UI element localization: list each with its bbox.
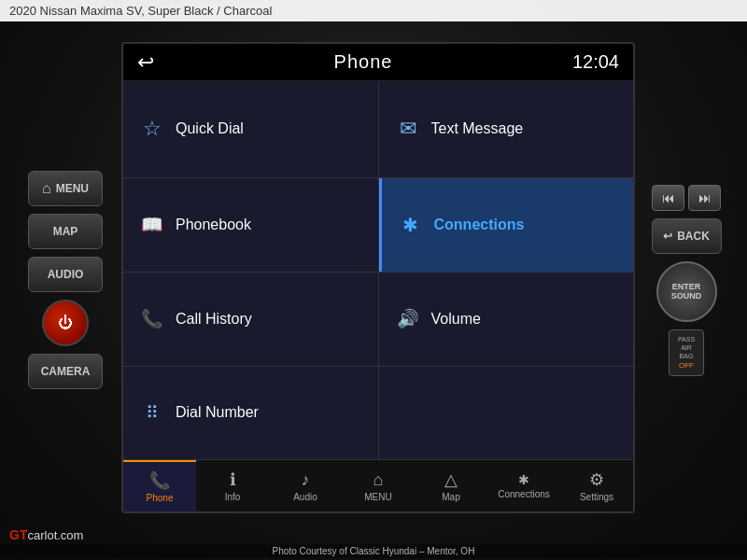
camera-label: CAMERA [41, 365, 91, 378]
nav-settings-icon: ⚙ [589, 469, 604, 490]
text-message-button[interactable]: ✉ Text Message [379, 81, 634, 177]
nav-menu-icon: ⌂ [374, 470, 384, 490]
watermark-logo: GT [9, 527, 27, 542]
map-label: MAP [53, 225, 78, 238]
right-control-panel: ⏮ ⏭ ↩ BACK ENTER SOUND PASS AIR BAG OFF [626, 28, 747, 532]
volume-label: Volume [431, 311, 481, 328]
bag-label: BAG [680, 353, 694, 359]
nav-info-label: Info [225, 492, 241, 502]
empty-cell [379, 367, 634, 460]
back-icon: ↩ [663, 230, 672, 243]
dial-pad-icon: ⠿ [138, 402, 166, 424]
menu-button[interactable]: ⌂ MENU [28, 171, 103, 206]
nav-info-icon: ℹ [230, 469, 236, 490]
airbag-label: AIR [681, 344, 692, 351]
nav-map[interactable]: △ Map [415, 460, 487, 511]
pass-label: PASS [678, 336, 695, 343]
connections-button[interactable]: ✱ Connections [379, 178, 634, 273]
phonebook-button[interactable]: 📖 Phonebook [123, 178, 378, 273]
volume-icon: 🔊 [394, 308, 422, 329]
power-icon: ⏻ [58, 315, 73, 331]
nav-settings[interactable]: ⚙ Settings [560, 460, 633, 511]
off-label: OFF [679, 361, 694, 370]
phonebook-label: Phonebook [176, 217, 251, 233]
nav-info[interactable]: ℹ Info [196, 460, 269, 511]
dial-number-label: Dial Number [176, 404, 259, 421]
bluetooth-icon: ✱ [397, 214, 425, 236]
left-control-panel: ⌂ MENU MAP AUDIO ⏻ CAMERA [0, 28, 131, 532]
volume-button[interactable]: 🔊 Volume [379, 273, 634, 366]
screen-time: 12:04 [572, 51, 619, 73]
nav-menu-label: MENU [364, 492, 391, 502]
screen-title: Phone [334, 51, 393, 73]
enter-sound-button[interactable]: ENTER SOUND [656, 261, 717, 322]
call-history-icon: 📞 [138, 308, 166, 329]
nav-map-label: Map [442, 492, 459, 502]
screen-header: ↩ Phone 12:04 [123, 44, 633, 81]
phonebook-icon: 📖 [138, 214, 166, 235]
bottom-nav-bar: 📞 Phone ℹ Info ♪ Audio ⌂ MENU △ Map ✱ Co… [123, 459, 633, 511]
nav-audio[interactable]: ♪ Audio [269, 460, 342, 511]
media-controls: ⏮ ⏭ [652, 185, 721, 211]
nav-phone[interactable]: 📞 Phone [123, 460, 196, 511]
nav-audio-icon: ♪ [302, 470, 310, 490]
nav-phone-icon: 📞 [149, 470, 170, 491]
phone-menu-grid: ☆ Quick Dial ✉ Text Message 📖 Phonebook … [123, 81, 633, 459]
map-button[interactable]: MAP [28, 214, 103, 249]
dial-number-button[interactable]: ⠿ Dial Number [123, 367, 378, 460]
quick-dial-label: Quick Dial [176, 120, 244, 137]
nav-phone-label: Phone [147, 493, 174, 503]
camera-button[interactable]: CAMERA [28, 354, 103, 389]
connections-label: Connections [434, 217, 525, 233]
quick-dial-button[interactable]: ☆ Quick Dial [123, 81, 378, 177]
top-bar: 2020 Nissan Maxima SV, Super Black / Cha… [0, 0, 747, 21]
photo-caption: Photo Courtesy of Classic Hyundai – Ment… [0, 544, 747, 558]
watermark-text: carlot.com [27, 528, 83, 542]
call-history-button[interactable]: 📞 Call History [123, 273, 378, 366]
nav-connections-label: Connections [498, 489, 550, 499]
text-message-icon: ✉ [394, 117, 422, 141]
home-icon: ⌂ [42, 180, 51, 197]
back-label: BACK [677, 230, 710, 243]
text-message-label: Text Message [431, 120, 524, 137]
quick-dial-icon: ☆ [138, 117, 166, 141]
audio-button[interactable]: AUDIO [28, 257, 103, 292]
nav-map-icon: △ [444, 469, 458, 490]
back-button[interactable]: ↩ BACK [652, 218, 722, 254]
nav-connections[interactable]: ✱ Connections [487, 460, 560, 511]
power-button[interactable]: ⏻ [42, 300, 89, 346]
nav-audio-label: Audio [293, 492, 317, 502]
nav-menu[interactable]: ⌂ MENU [342, 460, 415, 511]
enter-label: ENTER [672, 282, 701, 291]
menu-label: MENU [56, 182, 89, 195]
screen-back-button[interactable]: ↩ [137, 52, 154, 73]
next-track-button[interactable]: ⏭ [688, 185, 721, 211]
audio-label: AUDIO [48, 268, 84, 281]
sound-label: SOUND [671, 291, 702, 301]
call-history-label: Call History [176, 311, 252, 328]
pass-airbag-badge: PASS AIR BAG OFF [669, 329, 704, 376]
back-arrow-icon: ↩ [137, 50, 154, 74]
watermark: GTcarlot.com [9, 526, 83, 543]
vehicle-title: 2020 Nissan Maxima SV, Super Black / Cha… [9, 4, 272, 18]
infotainment-screen: ↩ Phone 12:04 ☆ Quick Dial ✉ Text Messag… [121, 42, 635, 513]
nav-connections-icon: ✱ [518, 472, 529, 487]
prev-track-button[interactable]: ⏮ [652, 185, 684, 211]
nav-settings-label: Settings [580, 492, 613, 502]
